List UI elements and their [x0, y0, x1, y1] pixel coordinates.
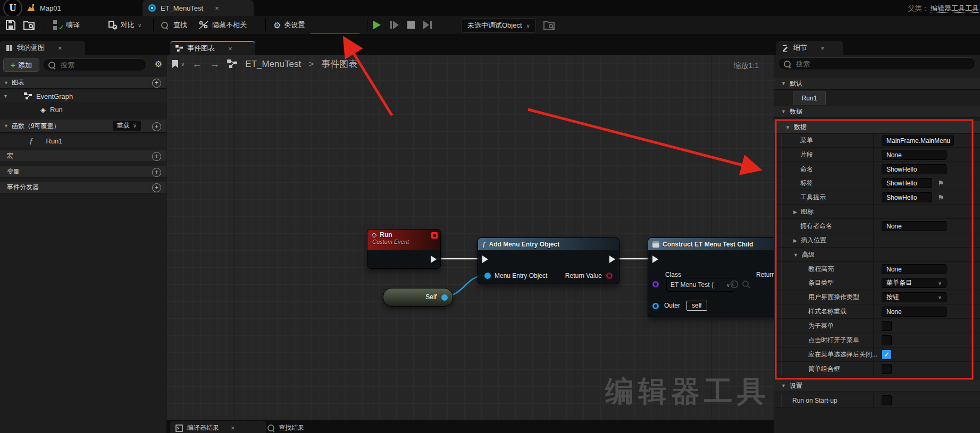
- play-button[interactable]: [373, 16, 381, 34]
- gear-icon: ⚙: [273, 20, 281, 30]
- name-value-box[interactable]: ShowHello: [882, 164, 947, 174]
- section-functions[interactable]: ▼ 函数（9可覆盖） 重载 ∨ +: [0, 120, 166, 133]
- pin-label: Self: [425, 293, 437, 301]
- section-value-box[interactable]: None: [882, 150, 947, 160]
- frame-skip-button[interactable]: [390, 16, 399, 34]
- section-label: 函数（9可覆盖）: [12, 122, 60, 131]
- section-graphs[interactable]: ▼ 图表 +: [0, 77, 166, 89]
- simple-combobox-checkbox[interactable]: ✓: [882, 364, 892, 374]
- is-submenu-checkbox[interactable]: ✓: [882, 321, 892, 331]
- collapse-icon: ▼: [781, 81, 786, 86]
- hide-unrelated-button[interactable]: 隐藏不相关: [198, 16, 247, 34]
- add-button[interactable]: + 添加: [3, 58, 39, 72]
- sidebar-item-run1-function[interactable]: ƒ Run1: [0, 135, 166, 147]
- close-icon[interactable]: ×: [215, 4, 219, 12]
- search-input[interactable]: [795, 60, 946, 69]
- class-select-dropdown[interactable]: ET Menu Test ( ∨: [666, 278, 734, 292]
- blueprint-search[interactable]: [43, 58, 147, 71]
- class-pin[interactable]: [652, 281, 659, 287]
- detail-row-advanced-header[interactable]: ▼ 高级: [774, 248, 980, 262]
- collapse-icon: ▼: [781, 383, 786, 388]
- node-add-menu-entry-object[interactable]: ƒ Add Menu Entry Object Menu Entry Objec…: [478, 237, 619, 284]
- overload-dropdown[interactable]: 重载 ∨: [113, 121, 141, 131]
- find-results-tab[interactable]: 查找结果: [262, 421, 309, 433]
- close-after-selection-checkbox[interactable]: ✓: [882, 350, 892, 360]
- style-override-value-box[interactable]: None: [882, 307, 947, 317]
- unreal-logo-icon[interactable]: U: [3, 0, 22, 18]
- add-variable-icon[interactable]: +: [152, 168, 161, 177]
- section-data[interactable]: ▼ 数据: [774, 106, 980, 118]
- exec-out-pin[interactable]: [431, 256, 437, 263]
- compiler-results-tab[interactable]: 编译器结果 ×: [170, 421, 266, 433]
- level-icon: [27, 4, 36, 12]
- stop-button[interactable]: [407, 16, 415, 34]
- exec-in-pin[interactable]: [652, 256, 658, 263]
- owner-name-value-box[interactable]: None: [882, 221, 947, 231]
- node-self[interactable]: Self: [383, 288, 453, 307]
- menu-entry-object-pin[interactable]: [484, 273, 491, 279]
- add-function-icon[interactable]: +: [152, 122, 161, 131]
- close-icon[interactable]: ×: [228, 45, 232, 53]
- debug-object-dropdown[interactable]: 未选中调试Object ∨: [462, 18, 536, 33]
- my-blueprint-tab[interactable]: 我的蓝图 ×: [0, 41, 85, 55]
- localize-flag-icon[interactable]: ⚑: [937, 193, 944, 202]
- use-selected-icon[interactable]: [730, 280, 751, 288]
- section-macros[interactable]: 宏 +: [0, 150, 166, 162]
- asset-tab-et-menutest[interactable]: ET_MenuTest ×: [143, 0, 254, 16]
- panel-tab-strip: 我的蓝图 ×: [0, 34, 166, 55]
- details-search[interactable]: [778, 57, 976, 70]
- run-on-startup-checkbox[interactable]: ✓: [882, 395, 892, 405]
- add-macro-icon[interactable]: +: [152, 152, 161, 161]
- find-button[interactable]: 查找: [161, 16, 187, 34]
- add-graph-icon[interactable]: +: [152, 79, 161, 88]
- exec-in-pin[interactable]: [482, 256, 488, 263]
- compile-button[interactable]: ✓ 编译: [53, 16, 80, 34]
- dropdown-value: 菜单条目: [886, 278, 912, 287]
- gear-icon[interactable]: ⚙: [155, 59, 162, 69]
- section-settings[interactable]: ▼ 设置: [774, 380, 980, 392]
- return-value-pin[interactable]: [606, 273, 613, 279]
- node-construct-et-menu-test-child[interactable]: Construct ET Menu Test Child Class Retur…: [648, 237, 774, 317]
- node-run-custom-event[interactable]: ◇ Run Custom Event: [367, 229, 441, 269]
- tooltip-value-box[interactable]: ShowHello: [882, 192, 932, 202]
- label-value-box[interactable]: ShowHello: [882, 178, 932, 188]
- run1-button[interactable]: Run1: [793, 91, 826, 105]
- close-icon[interactable]: ×: [820, 44, 825, 52]
- expand-icon[interactable]: ▶: [793, 238, 797, 243]
- add-dispatcher-icon[interactable]: +: [152, 183, 161, 192]
- outer-value-input[interactable]: self: [686, 301, 707, 311]
- entry-type-dropdown[interactable]: 菜单条目 ∨: [882, 278, 947, 288]
- ui-action-type-dropdown[interactable]: 按钮 ∨: [882, 292, 947, 302]
- event-graph-tab[interactable]: 事件图表 ×: [170, 41, 255, 55]
- browse-debug-object-button[interactable]: [543, 16, 555, 34]
- subsection-data[interactable]: ▼ 数据: [774, 121, 980, 134]
- details-tab[interactable]: 细节 ×: [776, 41, 843, 55]
- row-label: 应在菜单选选择后关闭...: [808, 350, 877, 359]
- tutorial-highlight-value-box[interactable]: None: [882, 264, 947, 274]
- section-event-dispatchers[interactable]: 事件分发器 +: [0, 182, 166, 193]
- exec-out-pin[interactable]: [609, 256, 615, 263]
- browse-asset-button[interactable]: [23, 16, 35, 34]
- sidebar-item-run-event[interactable]: ◈ Run: [0, 104, 166, 115]
- sidebar-item-eventgraph[interactable]: ▼ EventGraph: [0, 90, 166, 102]
- graph-canvas[interactable]: ∨ ← → ET_MenuTest > 事件图表 缩放1:1 编辑器工具 ◇: [166, 55, 774, 420]
- menu-value-box[interactable]: MainFrame.MainMenu: [882, 135, 954, 146]
- section-variables[interactable]: 变量 +: [0, 166, 166, 178]
- asset-tab-map01[interactable]: Map01: [21, 0, 125, 16]
- section-default[interactable]: ▼ 默认: [774, 78, 980, 90]
- close-icon[interactable]: ×: [231, 424, 235, 432]
- save-button[interactable]: [5, 16, 16, 34]
- close-icon[interactable]: ×: [58, 44, 62, 52]
- outer-object-pin[interactable]: [652, 303, 659, 309]
- self-object-pin[interactable]: [441, 294, 448, 301]
- expand-icon[interactable]: ▶: [793, 209, 797, 215]
- open-submenu-checkbox[interactable]: ✓: [882, 335, 892, 345]
- diff-button[interactable]: 对比 ∨: [108, 16, 141, 34]
- localize-flag-icon[interactable]: ⚑: [937, 179, 944, 188]
- class-settings-button[interactable]: ⚙ 类设置: [273, 16, 305, 34]
- parent-class-link[interactable]: 编辑器工具工具: [931, 4, 979, 13]
- search-input[interactable]: [60, 61, 136, 70]
- skip-to-end-button[interactable]: [423, 16, 432, 34]
- node-enabled-state-icon[interactable]: [431, 232, 438, 239]
- folder-search-icon: [543, 20, 555, 30]
